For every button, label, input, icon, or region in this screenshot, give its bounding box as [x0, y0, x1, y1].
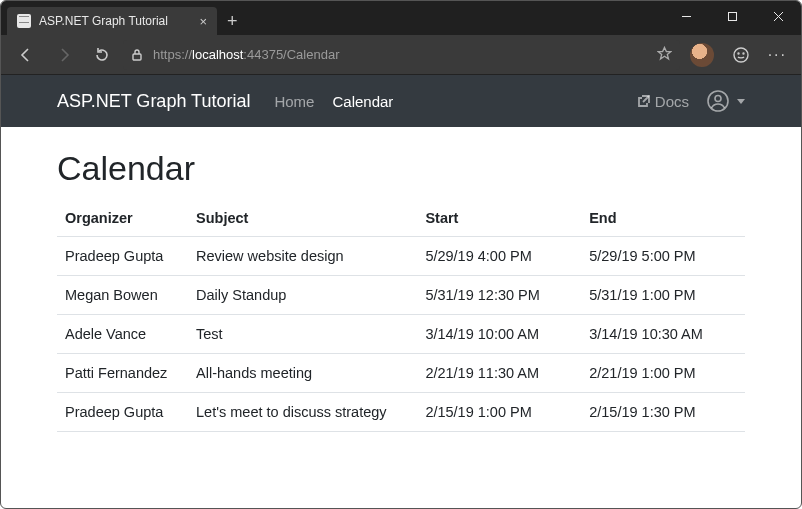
calendar-table: Organizer Subject Start End Pradeep Gupt…: [57, 200, 745, 432]
cell-start: 2/15/19 1:00 PM: [417, 393, 581, 432]
cell-end: 5/31/19 1:00 PM: [581, 276, 745, 315]
col-organizer: Organizer: [57, 200, 188, 237]
tab-close-icon[interactable]: ×: [199, 14, 207, 29]
favorite-icon[interactable]: [657, 46, 672, 64]
cell-subject: Test: [188, 315, 417, 354]
window-close-button[interactable]: [755, 1, 801, 31]
cell-start: 2/21/19 11:30 AM: [417, 354, 581, 393]
external-link-icon: [637, 94, 651, 108]
url-path: :44375/Calendar: [243, 47, 339, 62]
browser-tab[interactable]: ASP.NET Graph Tutorial ×: [7, 7, 217, 35]
lock-icon: [131, 48, 145, 62]
table-row: Pradeep GuptaLet's meet to discuss strat…: [57, 393, 745, 432]
cell-organizer: Pradeep Gupta: [57, 237, 188, 276]
svg-rect-1: [728, 12, 736, 20]
url-scheme: https://: [153, 47, 192, 62]
caret-down-icon: [737, 99, 745, 104]
app-navbar: ASP.NET Graph Tutorial Home Calendar Doc…: [1, 75, 801, 127]
window-maximize-button[interactable]: [709, 1, 755, 31]
navbar-right: Docs: [637, 90, 745, 112]
cell-start: 5/31/19 12:30 PM: [417, 276, 581, 315]
profile-avatar[interactable]: [690, 43, 714, 67]
page-content: Calendar Organizer Subject Start End Pra…: [1, 127, 801, 509]
docs-label: Docs: [655, 93, 689, 110]
col-start: Start: [417, 200, 581, 237]
cell-start: 5/29/19 4:00 PM: [417, 237, 581, 276]
browser-titlebar: ASP.NET Graph Tutorial × +: [1, 1, 801, 35]
cell-subject: All-hands meeting: [188, 354, 417, 393]
new-tab-button[interactable]: +: [217, 7, 248, 35]
url-host: localhost: [192, 47, 243, 62]
table-row: Megan BowenDaily Standup5/31/19 12:30 PM…: [57, 276, 745, 315]
cell-start: 3/14/19 10:00 AM: [417, 315, 581, 354]
svg-point-8: [743, 53, 744, 54]
more-menu-icon[interactable]: ···: [762, 46, 793, 64]
nav-link-home[interactable]: Home: [274, 93, 314, 110]
cell-end: 3/14/19 10:30 AM: [581, 315, 745, 354]
col-subject: Subject: [188, 200, 417, 237]
window-controls: [663, 1, 801, 31]
svg-point-6: [734, 48, 748, 62]
table-header-row: Organizer Subject Start End: [57, 200, 745, 237]
cell-subject: Review website design: [188, 237, 417, 276]
table-row: Adele VanceTest3/14/19 10:00 AM3/14/19 1…: [57, 315, 745, 354]
browser-toolbar: https://localhost:44375/Calendar ···: [1, 35, 801, 75]
svg-rect-4: [133, 54, 141, 60]
page-icon: [17, 14, 31, 28]
svg-marker-5: [658, 47, 671, 59]
cell-organizer: Pradeep Gupta: [57, 393, 188, 432]
back-button[interactable]: [9, 38, 43, 72]
address-bar[interactable]: https://localhost:44375/Calendar: [123, 40, 680, 70]
cell-subject: Let's meet to discuss strategy: [188, 393, 417, 432]
cell-organizer: Megan Bowen: [57, 276, 188, 315]
col-end: End: [581, 200, 745, 237]
table-row: Pradeep GuptaReview website design5/29/1…: [57, 237, 745, 276]
cell-organizer: Patti Fernandez: [57, 354, 188, 393]
navbar-brand[interactable]: ASP.NET Graph Tutorial: [57, 91, 250, 112]
nav-link-calendar[interactable]: Calendar: [332, 93, 393, 110]
user-avatar-icon: [707, 90, 729, 112]
refresh-button[interactable]: [85, 38, 119, 72]
cell-end: 2/21/19 1:00 PM: [581, 354, 745, 393]
url-text: https://localhost:44375/Calendar: [153, 47, 643, 62]
tab-title: ASP.NET Graph Tutorial: [39, 14, 168, 28]
forward-button[interactable]: [47, 38, 81, 72]
window-minimize-button[interactable]: [663, 1, 709, 31]
page-title: Calendar: [57, 149, 745, 188]
svg-point-7: [738, 53, 739, 54]
feedback-icon[interactable]: [724, 38, 758, 72]
browser-window: ASP.NET Graph Tutorial × +: [0, 0, 802, 509]
cell-subject: Daily Standup: [188, 276, 417, 315]
cell-end: 5/29/19 5:00 PM: [581, 237, 745, 276]
cell-organizer: Adele Vance: [57, 315, 188, 354]
cell-end: 2/15/19 1:30 PM: [581, 393, 745, 432]
table-row: Patti FernandezAll-hands meeting2/21/19 …: [57, 354, 745, 393]
user-menu[interactable]: [707, 90, 745, 112]
svg-point-10: [715, 96, 721, 102]
nav-link-docs[interactable]: Docs: [637, 93, 689, 110]
